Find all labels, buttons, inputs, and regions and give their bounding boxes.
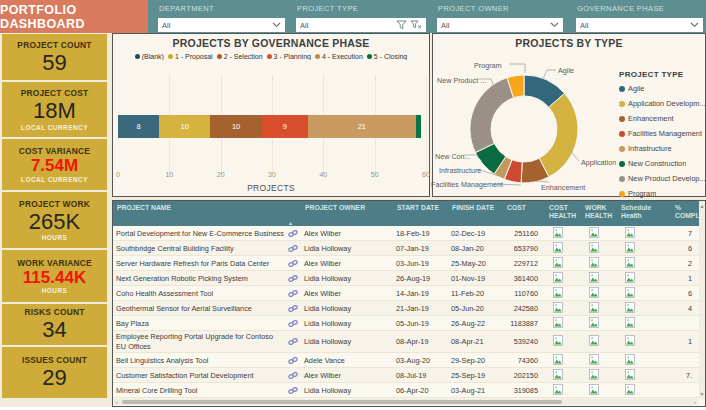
vertical-scrollbar[interactable]: ▲ ▼ — [699, 201, 705, 399]
legend-item[interactable]: (Blank) — [135, 53, 164, 60]
link-icon[interactable] — [285, 286, 301, 300]
legend-item[interactable]: Program — [619, 186, 705, 201]
scroll-down-icon[interactable]: ▼ — [699, 391, 705, 397]
link-icon[interactable] — [285, 316, 301, 330]
legend-item[interactable]: 3 - Planning — [267, 53, 311, 60]
column-header-finish-date[interactable]: FINISH DATE — [448, 201, 503, 226]
cell-cost-health — [545, 353, 581, 367]
health-image-icon — [553, 354, 564, 367]
health-image-icon — [625, 384, 636, 397]
cell-schedule-health — [617, 226, 671, 240]
column-header-work-health[interactable]: WORK HEALTH — [581, 201, 617, 226]
link-icon[interactable] — [285, 331, 301, 352]
bar-segment-3-planning[interactable]: 9 — [262, 115, 308, 138]
clear-filter-icon[interactable] — [410, 20, 422, 30]
cell-finish-date: 25-May-20 — [448, 256, 503, 270]
column-header-start-date[interactable]: START DATE — [393, 201, 448, 226]
link-icon[interactable] — [285, 353, 301, 367]
health-image-icon — [589, 272, 600, 285]
cell-finish-date: 08-Jan-20 — [448, 241, 503, 255]
filter-icon[interactable] — [396, 20, 407, 30]
bar-segment-4-execution[interactable]: 21 — [308, 115, 416, 138]
scroll-right-icon[interactable]: › — [692, 399, 698, 405]
column-header-cost[interactable]: COST — [503, 201, 545, 226]
slicer-project-type: PROJECT TYPEAll — [296, 0, 426, 33]
link-icon[interactable] — [285, 226, 301, 240]
legend-item[interactable]: 1 - Proposal — [168, 53, 213, 60]
table-row[interactable]: Customer Satisfaction Portal Development… — [113, 368, 699, 383]
column-header-icon[interactable]: ▲ — [285, 201, 301, 226]
cell-project-name: Server Hardware Refresh for Paris Data C… — [113, 256, 285, 270]
legend-item[interactable]: 2 - Selection — [217, 53, 263, 60]
cell-project-owner: Lidia Holloway — [301, 301, 393, 315]
table-row[interactable]: Next Generation Robotic Picking SystemLi… — [113, 271, 699, 286]
link-icon[interactable] — [285, 241, 301, 255]
table-row[interactable]: Mineral Core Drilling ToolLidia Holloway… — [113, 383, 699, 398]
bar-segment-2-selection[interactable]: 10 — [210, 115, 261, 138]
column-header-label: COST — [507, 204, 526, 211]
horizontal-scrollbar[interactable]: ‹ › — [114, 399, 698, 405]
legend-item[interactable]: New Product Develop... — [619, 171, 705, 186]
cell-cost-health — [545, 226, 581, 240]
legend-item[interactable]: New Construction — [619, 156, 705, 171]
cell-percent-complete: 1 — [671, 331, 699, 352]
table-row[interactable]: Portal Development for New E-Commerce Bu… — [113, 226, 699, 241]
legend-item[interactable]: 5 - Closing — [367, 53, 407, 60]
slicer-dropdown-department[interactable]: All — [158, 18, 285, 32]
column-header-schedule-health[interactable]: Schedule Health — [617, 201, 671, 226]
table-row[interactable]: Coho Health Assessment ToolAlex Wilber14… — [113, 286, 699, 301]
link-icon[interactable] — [285, 383, 301, 397]
column-header--compl[interactable]: % COMPL — [671, 201, 699, 226]
column-header-project-owner[interactable]: PROJECT OWNER — [301, 201, 393, 226]
table-row[interactable]: Bay PlazaLidia Holloway05-Jun-1926-Aug-2… — [113, 316, 699, 331]
legend-item[interactable]: Infrastructure — [619, 141, 705, 156]
link-icon[interactable] — [285, 301, 301, 315]
link-icon[interactable] — [285, 368, 301, 382]
kpi-label: COST VARIANCE — [19, 146, 90, 156]
column-header-cost-health[interactable]: COST HEALTH — [545, 201, 581, 226]
link-icon[interactable] — [285, 256, 301, 270]
bar-segment-value: 10 — [232, 122, 240, 131]
slicer-dropdown-project-owner[interactable]: All — [437, 18, 563, 32]
dropdown-chevron-icon[interactable] — [272, 22, 281, 28]
scroll-up-icon[interactable]: ▲ — [699, 203, 705, 209]
table-row[interactable]: Employee Reporting Portal Upgrade for Co… — [113, 331, 699, 353]
table-row[interactable]: Southbridge Central Building FacilityLid… — [113, 241, 699, 256]
x-tick-label: 40 — [313, 171, 333, 178]
bar-segment-1-proposal[interactable]: 10 — [159, 115, 210, 138]
column-header-project-name[interactable]: PROJECT NAME — [113, 201, 285, 226]
bar-segment-value: 10 — [181, 122, 189, 131]
legend-item[interactable]: 4 - Execution — [315, 53, 363, 60]
legend-dot — [619, 146, 625, 152]
legend-dot — [619, 191, 625, 197]
legend-label: 2 - Selection — [224, 53, 263, 60]
cell-finish-date: 25-Sep-19 — [448, 368, 503, 382]
kpi-value: 29 — [42, 366, 66, 389]
donut-slice-application-development[interactable] — [539, 93, 578, 176]
table-row[interactable]: Bell Linguistics Analysis ToolAdele Vanc… — [113, 353, 699, 368]
health-image-icon — [553, 257, 564, 270]
bar-segment--blank-[interactable]: 8 — [118, 115, 159, 138]
slicer-value: All — [580, 21, 690, 30]
legend-label: Enhancement — [628, 114, 674, 123]
donut-slice-new-product-development[interactable] — [470, 78, 514, 153]
table-row[interactable]: Geothermal Sensor for Aerial Surveillanc… — [113, 301, 699, 316]
scroll-left-icon[interactable]: ‹ — [114, 399, 120, 405]
dropdown-chevron-icon[interactable] — [690, 22, 699, 28]
legend-item[interactable]: Facilities Management — [619, 126, 705, 141]
legend-item[interactable]: Agile — [619, 81, 705, 96]
link-icon[interactable] — [285, 271, 301, 285]
legend-dot — [217, 54, 222, 59]
horizontal-scroll-thumb[interactable] — [122, 400, 562, 404]
slicer-dropdown-governance-phase[interactable]: All — [576, 18, 703, 32]
dropdown-chevron-icon[interactable] — [550, 22, 559, 28]
slicer-label: PROJECT TYPE — [297, 4, 358, 13]
table-row[interactable]: Server Hardware Refresh for Paris Data C… — [113, 256, 699, 271]
legend-item[interactable]: Application Developm... — [619, 96, 705, 111]
cell-project-owner: Lidia Holloway — [301, 241, 393, 255]
legend-item[interactable]: Enhancement — [619, 111, 705, 126]
health-image-icon — [553, 242, 564, 255]
bar-segment-5-closing[interactable] — [416, 115, 421, 138]
slicer-label: PROJECT OWNER — [438, 4, 509, 13]
slicer-dropdown-project-type[interactable]: All — [296, 18, 426, 32]
